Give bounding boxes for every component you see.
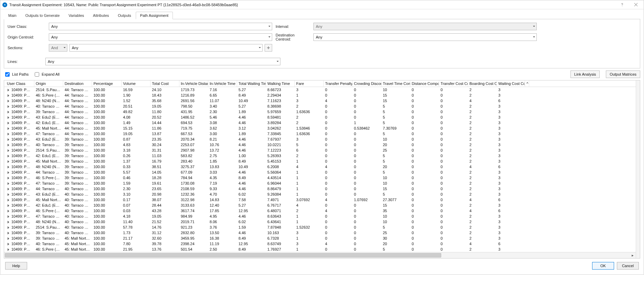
table-row[interactable]: 10499: PT U...2514: S.Pau (S.P...39: Tar… xyxy=(4,148,636,153)
interval-combo[interactable] xyxy=(313,23,537,30)
expand-icon[interactable] xyxy=(8,171,9,174)
table-row[interactable]: 10499: PT U...43: Edu2 (Edu2)44: Tarraco… xyxy=(4,114,636,120)
column-header[interactable]: Walking Time xyxy=(266,80,295,87)
expand-icon[interactable] xyxy=(8,221,9,223)
expand-icon[interactable] xyxy=(8,122,9,124)
table-row[interactable]: 10499: PT U...45: Mall North (...40: Tar… xyxy=(4,197,636,203)
cancel-button[interactable]: Cancel xyxy=(617,262,639,270)
add-section-button[interactable] xyxy=(265,44,272,52)
lines-combo[interactable] xyxy=(45,58,280,65)
expand-icon[interactable] xyxy=(8,111,9,113)
expand-icon[interactable] xyxy=(8,94,9,97)
list-paths-checkbox[interactable]: List Paths xyxy=(4,71,29,78)
column-header[interactable]: Volume xyxy=(122,80,151,87)
scroll-up-icon[interactable]: ^ xyxy=(525,80,529,87)
expand-icon[interactable] xyxy=(8,193,9,196)
column-header[interactable]: Boarding Cost Co xyxy=(468,80,497,87)
expand-icon[interactable] xyxy=(8,248,9,251)
column-header[interactable]: Transfer Penalty xyxy=(324,80,353,87)
table-row[interactable]: 10499: PT U...43: Edu2 (Edu2)40: Tarraco… xyxy=(4,192,636,197)
destination-centroid-value[interactable] xyxy=(313,33,537,41)
expand-icon[interactable] xyxy=(8,210,9,212)
output-matrices-button[interactable]: Output Matrices xyxy=(606,70,640,78)
expand-icon[interactable] xyxy=(8,166,9,168)
expand-icon[interactable] xyxy=(8,204,9,207)
expand-icon[interactable] xyxy=(8,133,9,135)
expand-icon[interactable] xyxy=(8,155,9,157)
table-row[interactable]: 10499: PT U...43: Edu2 (Edu2)39: Tarraco… xyxy=(4,136,636,142)
tab-main[interactable]: Main xyxy=(4,12,21,19)
expand-icon[interactable] xyxy=(8,215,9,218)
table-row[interactable]: 10499: PT U...46: S.Pere (S.Pere)39: Tar… xyxy=(4,175,636,181)
expand-icon[interactable] xyxy=(8,138,9,141)
table-row[interactable]: 10499: PT U...2514: S.Pau (S.P...44: Tar… xyxy=(4,87,636,92)
expand-icon[interactable] xyxy=(8,182,9,185)
column-header[interactable]: Travel Time Comp xyxy=(381,80,410,87)
table-row[interactable]: 10499: PT U...39: Tarraco E (Ta...40: Ta… xyxy=(4,230,636,236)
expand-icon[interactable] xyxy=(8,116,9,119)
table-row[interactable]: 10499: PT U...42: Edu1 (Edu1)39: Tarraco… xyxy=(4,153,636,159)
ok-button[interactable]: OK xyxy=(592,262,614,270)
table-row[interactable]: 10499: PT U...39: Tarraco E (Ta...45: Ma… xyxy=(4,236,636,241)
tab-variables[interactable]: Variables xyxy=(64,12,89,19)
expand-icon[interactable] xyxy=(8,144,9,146)
column-header[interactable]: In-Vehicle Time xyxy=(208,80,237,87)
user-class-value[interactable] xyxy=(49,23,272,30)
table-row[interactable]: 10499: PT U...45: Mall North (...39: Tar… xyxy=(4,159,636,164)
table-row[interactable]: 10499: PT U...48: N240 (N240)39: Tarraco… xyxy=(4,164,636,170)
expand-icon[interactable] xyxy=(8,105,9,108)
expand-icon[interactable] xyxy=(8,127,9,130)
tab-path-assignment[interactable]: Path Assignment xyxy=(136,12,173,19)
column-header[interactable]: Total Waiting Tim xyxy=(237,80,266,87)
column-header[interactable]: Transfer Cost Con xyxy=(439,80,468,87)
sections-op-value[interactable] xyxy=(49,44,67,52)
expand-all-checkbox[interactable]: Expand All xyxy=(33,71,59,78)
tab-outputs-to-generate[interactable]: Outputs to Generate xyxy=(21,12,64,19)
table-row[interactable]: 10499: PT U...48: N240 (N240)40: Tarraco… xyxy=(4,219,636,225)
table-row[interactable]: 10499: PT U...39: Tarraco E (Ta...44: Ta… xyxy=(4,109,636,114)
column-header[interactable]: Distance Compon xyxy=(410,80,439,87)
horizontal-scrollbar[interactable]: ◄ ► xyxy=(4,252,636,258)
column-header[interactable]: Percentage xyxy=(92,80,122,87)
column-header[interactable]: Waiting Cost Con xyxy=(497,80,525,87)
destination-centroid-combo[interactable] xyxy=(313,33,537,41)
origin-centroid-combo[interactable] xyxy=(49,33,272,41)
sections-combo[interactable] xyxy=(69,44,263,52)
table-row[interactable]: 10499: PT U...40: Tarraco S (Ta...45: Ma… xyxy=(4,241,636,247)
table-row[interactable]: 10499: PT U...42: Edu1 (Edu1)44: Tarraco… xyxy=(4,120,636,125)
sections-value[interactable] xyxy=(69,44,263,52)
table-row[interactable]: 10499: PT U...47: Tarraco N (T...44: Tar… xyxy=(4,131,636,136)
table-row[interactable]: 10499: PT U...44: Tarraco C (T...39: Tar… xyxy=(4,170,636,175)
lines-value[interactable] xyxy=(45,58,280,65)
table-row[interactable]: 10499: PT U...46: S.Pere (S.Pere)45: Mal… xyxy=(4,247,636,252)
table-row[interactable]: 10499: PT U...47: Tarraco N (T...39: Tar… xyxy=(4,181,636,186)
column-header[interactable]: In-Vehicle Distanc xyxy=(179,80,208,87)
expand-icon[interactable] xyxy=(8,100,9,102)
tab-attributes[interactable]: Attributes xyxy=(89,12,113,19)
scrollbar-thumb[interactable] xyxy=(5,253,441,258)
scroll-right-icon[interactable]: ► xyxy=(630,252,636,258)
expand-icon[interactable] xyxy=(8,89,9,91)
table-row[interactable]: 10499: PT U...47: Tarraco N (T...40: Tar… xyxy=(4,214,636,219)
expand-icon[interactable] xyxy=(8,243,9,245)
table-row[interactable]: 10499: PT U...44: Tarraco C (T...40: Tar… xyxy=(4,186,636,192)
expand-icon[interactable] xyxy=(8,237,9,240)
table-row[interactable]: 10499: PT U...40: Tarraco S (Ta...44: Ta… xyxy=(4,103,636,109)
table-row[interactable]: 10499: PT U...46: S.Pere (S.Pere)40: Tar… xyxy=(4,208,636,214)
column-header[interactable]: User Class xyxy=(4,80,34,87)
sections-op-combo[interactable] xyxy=(49,44,67,52)
origin-centroid-value[interactable] xyxy=(49,33,272,41)
column-header[interactable]: Origin xyxy=(34,80,63,87)
expand-icon[interactable] xyxy=(8,199,9,201)
interval-value[interactable] xyxy=(313,23,537,30)
link-analysis-button[interactable]: Link Analysis xyxy=(570,70,600,78)
expand-icon[interactable] xyxy=(8,177,9,179)
column-header[interactable]: Crowding Discom xyxy=(353,80,381,87)
expand-icon[interactable] xyxy=(8,149,9,152)
expand-icon[interactable] xyxy=(8,232,9,234)
column-header[interactable]: Destination xyxy=(63,80,92,87)
expand-icon[interactable] xyxy=(8,226,9,229)
expand-icon[interactable] xyxy=(8,160,9,163)
table-row[interactable]: 10499: PT U...2514: S.Pau (S.P...40: Tar… xyxy=(4,225,636,230)
table-row[interactable]: 10499: PT U...48: N240 (N240)44: Tarraco… xyxy=(4,98,636,103)
